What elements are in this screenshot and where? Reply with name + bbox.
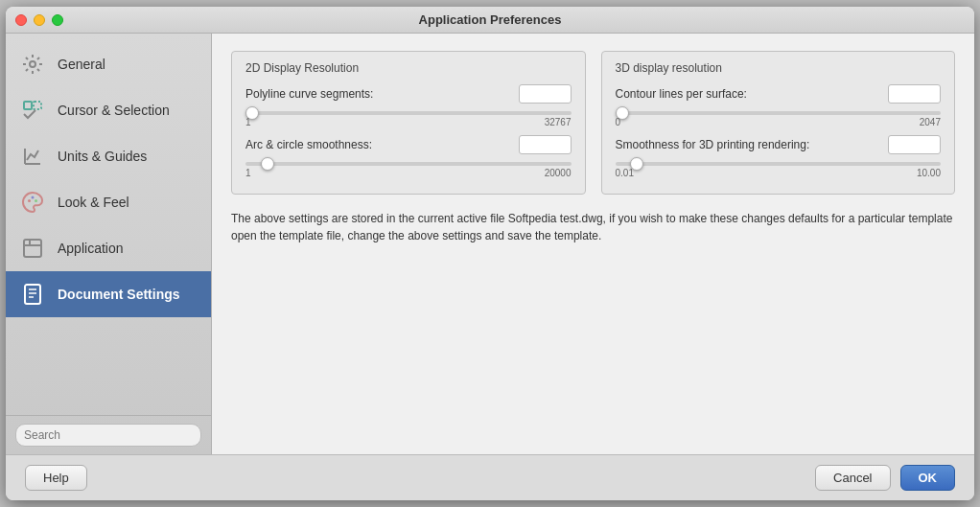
sidebar-items: General Cursor & Selection [6, 34, 211, 415]
sidebar-item-general[interactable]: General [6, 41, 211, 87]
smoothness-value-input[interactable]: 0.5 [888, 135, 941, 154]
units-guides-icon [19, 143, 46, 170]
search-input[interactable] [15, 424, 201, 447]
cancel-button[interactable]: Cancel [815, 465, 890, 491]
smoothness-slider[interactable] [616, 162, 942, 166]
close-button[interactable] [15, 14, 27, 26]
document-settings-icon [19, 281, 46, 308]
contour-slider-container: 0 2047 [616, 111, 942, 127]
sidebar-label-document-settings: Document Settings [58, 287, 180, 302]
resolution-row: 2D Display Resolution Polyline curve seg… [231, 51, 955, 195]
polyline-slider[interactable] [245, 111, 572, 115]
arc-label: Arc & circle smoothness: [245, 138, 509, 151]
svg-point-7 [35, 199, 37, 202]
arc-slider-labels: 1 20000 [245, 168, 572, 178]
main-content: 2D Display Resolution Polyline curve seg… [212, 34, 974, 454]
polyline-label: Polyline curve segments: [245, 87, 509, 101]
arc-row: Arc & circle smoothness: 1000 [245, 135, 572, 154]
contour-slider[interactable] [616, 111, 942, 115]
svg-point-6 [32, 196, 35, 199]
arc-max-label: 20000 [545, 168, 572, 178]
sidebar: General Cursor & Selection [6, 34, 212, 454]
contour-max-label: 2047 [920, 117, 941, 127]
polyline-row: Polyline curve segments: 8 [245, 84, 572, 104]
sidebar-label-general: General [58, 57, 105, 72]
maximize-button[interactable] [52, 14, 63, 26]
minimize-button[interactable] [34, 14, 45, 26]
2d-title: 2D Display Resolution [245, 61, 572, 75]
3d-title: 3D display resolution [616, 61, 942, 75]
sidebar-item-units-guides[interactable]: Units & Guides [6, 133, 211, 179]
svg-point-5 [28, 199, 31, 202]
polyline-slider-labels: 1 32767 [245, 117, 572, 127]
window-body: General Cursor & Selection [6, 34, 974, 454]
sidebar-item-cursor-selection[interactable]: Cursor & Selection [6, 87, 211, 133]
sidebar-item-application[interactable]: Application [6, 225, 211, 271]
application-icon [19, 235, 46, 262]
application-window: Application Preferences General [6, 7, 974, 500]
info-text: The above settings are stored in the cur… [231, 210, 955, 244]
contour-min-label: 0 [616, 117, 621, 127]
smoothness-slider-container: 0.01 10.00 [616, 162, 942, 178]
sidebar-label-units-guides: Units & Guides [58, 149, 147, 164]
2d-resolution-box: 2D Display Resolution Polyline curve seg… [231, 51, 586, 195]
arc-slider[interactable] [245, 162, 572, 166]
help-button[interactable]: Help [25, 465, 87, 491]
svg-rect-11 [25, 285, 40, 304]
polyline-min-label: 1 [245, 117, 251, 127]
sidebar-item-document-settings[interactable]: Document Settings [6, 271, 211, 317]
contour-slider-labels: 0 2047 [616, 117, 942, 127]
sidebar-item-look-feel[interactable]: Look & Feel [6, 179, 211, 225]
footer-right-buttons: Cancel OK [815, 465, 955, 491]
contour-row: Contour lines per surface: 4 [616, 84, 942, 104]
contour-label: Contour lines per surface: [616, 87, 879, 101]
svg-rect-8 [24, 240, 41, 257]
traffic-lights [15, 14, 63, 26]
svg-rect-2 [34, 102, 41, 109]
smoothness-max-label: 10.00 [917, 168, 941, 178]
general-icon [19, 51, 46, 78]
arc-min-label: 1 [245, 168, 251, 178]
cursor-selection-icon [19, 97, 46, 124]
smoothness-min-label: 0.01 [616, 168, 634, 178]
look-feel-icon [19, 189, 46, 216]
ok-button[interactable]: OK [900, 465, 956, 491]
smoothness-slider-labels: 0.01 10.00 [616, 168, 942, 178]
sidebar-label-look-feel: Look & Feel [58, 195, 129, 210]
3d-resolution-box: 3D display resolution Contour lines per … [601, 51, 956, 195]
window-title: Application Preferences [419, 12, 562, 27]
title-bar: Application Preferences [6, 7, 974, 34]
sidebar-label-cursor-selection: Cursor & Selection [58, 103, 170, 118]
svg-rect-1 [24, 102, 32, 109]
smoothness-row: Smoothness for 3D printing rendering: 0.… [616, 135, 942, 154]
smoothness-label: Smoothness for 3D printing rendering: [616, 138, 879, 151]
polyline-max-label: 32767 [545, 117, 572, 127]
footer: Help Cancel OK [6, 454, 974, 500]
svg-point-0 [30, 61, 35, 67]
polyline-value-input[interactable]: 8 [519, 84, 572, 104]
sidebar-search-container [6, 415, 211, 454]
sidebar-label-application: Application [58, 241, 124, 256]
polyline-slider-container: 1 32767 [245, 111, 572, 127]
contour-value-input[interactable]: 4 [888, 84, 941, 104]
arc-value-input[interactable]: 1000 [519, 135, 572, 154]
arc-slider-container: 1 20000 [245, 162, 572, 178]
